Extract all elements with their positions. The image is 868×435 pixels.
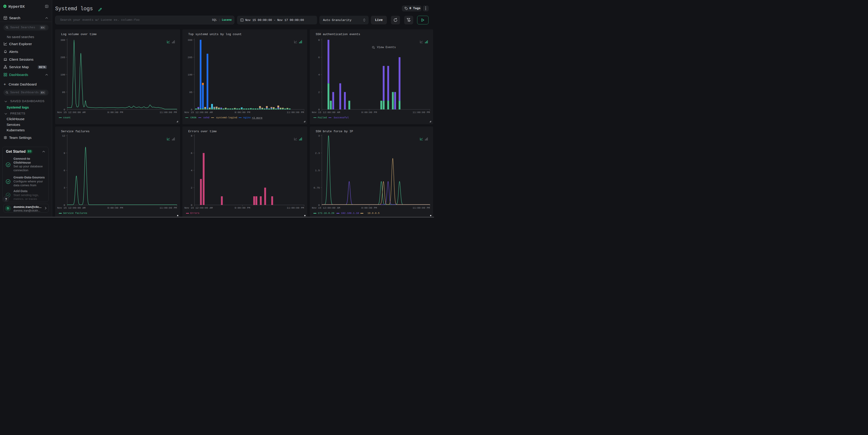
svg-text:9: 9 (64, 152, 65, 155)
svg-text:Nov 15 12:00:00 AM: Nov 15 12:00:00 AM (57, 206, 86, 209)
svg-text:9:00:00 PM: 9:00:00 PM (361, 111, 377, 114)
svg-text:190: 190 (60, 73, 65, 76)
svg-text:95: 95 (62, 91, 65, 93)
svg-text:3: 3 (318, 134, 320, 137)
svg-text:11:00:00 PM: 11:00:00 PM (412, 206, 430, 209)
svg-text:285: 285 (60, 56, 65, 59)
svg-text:Nov 15 12:00:00 AM: Nov 15 12:00:00 AM (312, 206, 340, 209)
svg-text:11:00:00 PM: 11:00:00 PM (160, 206, 177, 209)
svg-text:Nov 15 12:00:00 AM: Nov 15 12:00:00 AM (57, 111, 86, 114)
svg-text:Nov 15 12:00:00 AM: Nov 15 12:00:00 AM (312, 111, 340, 114)
svg-text:2: 2 (318, 91, 320, 93)
svg-text:2: 2 (191, 186, 192, 189)
svg-text:9:00:00 PM: 9:00:00 PM (107, 111, 123, 114)
svg-text:0.75: 0.75 (313, 186, 320, 189)
svg-text:9:00:00 PM: 9:00:00 PM (107, 206, 123, 209)
svg-text:6: 6 (191, 152, 192, 155)
svg-text:12: 12 (62, 134, 65, 137)
svg-text:3: 3 (64, 186, 65, 189)
svg-text:285: 285 (188, 56, 192, 59)
svg-text:6: 6 (64, 169, 65, 172)
svg-text:6: 6 (318, 56, 320, 59)
svg-text:4: 4 (191, 169, 192, 172)
svg-text:1.5: 1.5 (315, 169, 320, 172)
svg-text:4: 4 (318, 73, 320, 76)
svg-text:380: 380 (60, 38, 65, 41)
svg-text:9:00:00 PM: 9:00:00 PM (235, 111, 250, 114)
svg-text:11:00:00 PM: 11:00:00 PM (287, 206, 304, 209)
svg-text:380: 380 (188, 38, 192, 41)
svg-text:Nov 15 12:00:00 AM: Nov 15 12:00:00 AM (184, 111, 213, 114)
svg-text:11:00:00 PM: 11:00:00 PM (160, 111, 177, 114)
svg-text:95: 95 (189, 91, 192, 93)
svg-text:9:00:00 PM: 9:00:00 PM (235, 206, 250, 209)
svg-text:11:00:00 PM: 11:00:00 PM (412, 111, 430, 114)
svg-text:11:00:00 PM: 11:00:00 PM (287, 111, 304, 114)
svg-text:8: 8 (318, 38, 320, 41)
svg-text:190: 190 (188, 73, 192, 76)
svg-text:8: 8 (191, 134, 192, 137)
svg-text:Nov 15 12:00:00 AM: Nov 15 12:00:00 AM (184, 206, 213, 209)
svg-text:9:00:00 PM: 9:00:00 PM (361, 206, 377, 209)
svg-text:2.3: 2.3 (315, 152, 320, 155)
